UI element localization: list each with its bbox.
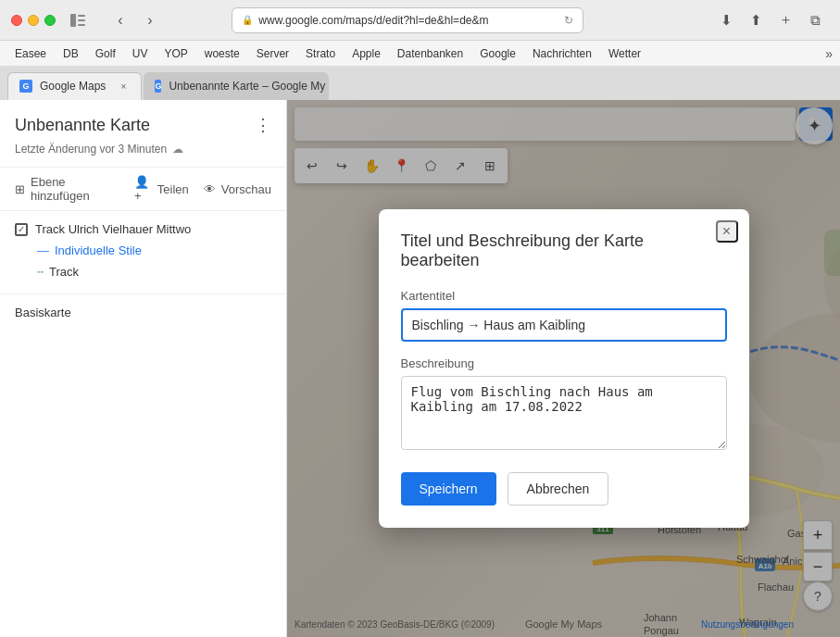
base-map-label: Basiskarte (15, 306, 71, 319)
subtitle-text: Letzte Änderung vor 3 Minuten (15, 143, 167, 156)
base-map-title: Basiskarte (15, 306, 271, 319)
dialog-overlay: × Titel und Beschreibung der Karte bearb… (287, 100, 840, 637)
menu-item-db[interactable]: DB (56, 45, 86, 62)
track-item-label: Track (49, 265, 79, 279)
sidebar-menu-button[interactable]: ⋮ (255, 115, 271, 135)
title-bar-actions: ⬇ ⬆ ＋ ⧉ (714, 7, 829, 33)
tab-favicon-googlemymaps: G (155, 80, 161, 93)
map-title: Unbenannte Karte (15, 116, 150, 135)
lock-icon: 🔒 (242, 15, 253, 25)
share-map-button[interactable]: 👤+ Teilen (134, 175, 189, 203)
sidebar-actions: ⊞ Ebene hinzufügen 👤+ Teilen 👁 Vorschau (0, 167, 286, 210)
close-window-button[interactable] (11, 15, 22, 26)
track-style-link[interactable]: Individuelle Stile (55, 244, 142, 257)
menu-item-nachrichten[interactable]: Nachrichten (525, 45, 599, 62)
track-section: Track Ulrich Vielhauer Mittwo — Individu… (0, 210, 286, 294)
share-button[interactable]: ⬆ (744, 7, 770, 33)
dialog-actions: Speichern Abbrechen (401, 472, 727, 506)
sidebar: Unbenannte Karte ⋮ Letzte Änderung vor 3… (0, 100, 287, 637)
svg-rect-2 (78, 19, 85, 21)
edit-map-dialog: × Titel und Beschreibung der Karte bearb… (379, 209, 749, 528)
title-bar: ‹ › 🔒 www.google.com/maps/d/edit?hl=de&h… (0, 0, 840, 41)
track-style-item: — Individuelle Stile (15, 240, 271, 261)
svg-rect-0 (70, 14, 76, 27)
tab-favicon-googlemaps: G (19, 80, 32, 93)
url-bar[interactable]: 🔒 www.google.com/maps/d/edit?hl=de&hl=de… (232, 7, 583, 33)
track-item: ╌ Track (15, 261, 271, 282)
share-label: Teilen (157, 182, 189, 196)
menu-item-datenbanken[interactable]: Datenbanken (390, 45, 470, 62)
title-form-group: Kartentitel (401, 289, 727, 342)
menu-item-strato[interactable]: Strato (298, 45, 343, 62)
title-label: Kartentitel (401, 289, 727, 303)
cloud-icon: ☁ (172, 143, 183, 156)
nav-controls: ‹ › (107, 7, 163, 33)
title-input[interactable] (401, 308, 727, 342)
share-icon: 👤+ (134, 175, 152, 203)
menu-item-woeste[interactable]: woeste (197, 45, 247, 62)
desc-textarea[interactable] (401, 376, 727, 450)
menu-bar: Easee DB Golf UV YOP woeste Server Strat… (0, 41, 840, 67)
map-area[interactable]: A10 125 320 L725 311 🔍 (287, 100, 840, 637)
url-text: www.google.com/maps/d/edit?hl=de&hl=de&m (258, 14, 558, 27)
base-map-section: Basiskarte (0, 294, 286, 334)
menu-item-uv[interactable]: UV (125, 45, 156, 62)
new-tab-button[interactable]: ＋ (773, 7, 799, 33)
svg-rect-1 (78, 15, 85, 17)
menu-item-server[interactable]: Server (249, 45, 296, 62)
track-title-text: Track Ulrich Vielhauer Mittwo (35, 222, 191, 236)
tab-label-googlemymaps: Unbenannte Karte – Google My Maps (169, 80, 329, 93)
sidebar-subtitle: Letzte Änderung vor 3 Minuten ☁ (0, 143, 286, 167)
track-section-title: Track Ulrich Vielhauer Mittwo (15, 222, 271, 236)
tabs-bar: G Google Maps × G Unbenannte Karte – Goo… (0, 67, 840, 100)
download-button[interactable]: ⬇ (714, 7, 740, 33)
preview-label: Vorschau (221, 182, 271, 196)
track-path-icon: ╌ (37, 266, 44, 279)
forward-button[interactable]: › (137, 7, 163, 33)
minimize-window-button[interactable] (28, 15, 39, 26)
track-style-icon: — (37, 244, 49, 257)
menu-item-apple[interactable]: Apple (345, 45, 388, 62)
save-button[interactable]: Speichern (401, 472, 496, 506)
tab-googlemymaps[interactable]: G Unbenannte Karte – Google My Maps × (144, 72, 329, 100)
tab-close-googlemaps[interactable]: × (117, 80, 130, 93)
tab-googlemaps[interactable]: G Google Maps × (7, 72, 142, 100)
preview-icon: 👁 (204, 182, 216, 196)
menu-item-google[interactable]: Google (472, 45, 523, 62)
main-area: Unbenannte Karte ⋮ Letzte Änderung vor 3… (0, 100, 840, 637)
sidebar-header: Unbenannte Karte ⋮ (0, 100, 286, 143)
extensions-button[interactable]: ⧉ (803, 7, 829, 33)
traffic-lights (11, 15, 56, 26)
sidebar-toggle-button[interactable] (63, 7, 93, 33)
menu-more-button[interactable]: » (825, 46, 833, 61)
menu-item-yop[interactable]: YOP (157, 45, 194, 62)
back-button[interactable]: ‹ (107, 7, 133, 33)
dialog-title: Titel und Beschreibung der Karte bearbei… (401, 231, 727, 270)
reload-icon[interactable]: ↻ (564, 14, 573, 27)
dialog-close-button[interactable]: × (716, 220, 738, 243)
track-checkbox[interactable] (15, 223, 28, 236)
menu-item-easee[interactable]: Easee (7, 45, 54, 62)
cancel-button[interactable]: Abbrechen (508, 472, 609, 506)
menu-item-golf[interactable]: Golf (88, 45, 123, 62)
tab-label-googlemaps: Google Maps (40, 80, 106, 93)
add-layer-label: Ebene hinzufügen (31, 175, 119, 203)
preview-button[interactable]: 👁 Vorschau (204, 182, 271, 196)
maximize-window-button[interactable] (44, 15, 56, 26)
desc-form-group: Beschreibung (401, 356, 727, 454)
svg-rect-3 (78, 24, 85, 26)
desc-label: Beschreibung (401, 356, 727, 370)
menu-item-wetter[interactable]: Wetter (601, 45, 648, 62)
add-layer-button[interactable]: ⊞ Ebene hinzufügen (15, 175, 119, 203)
layer-icon: ⊞ (15, 182, 25, 196)
